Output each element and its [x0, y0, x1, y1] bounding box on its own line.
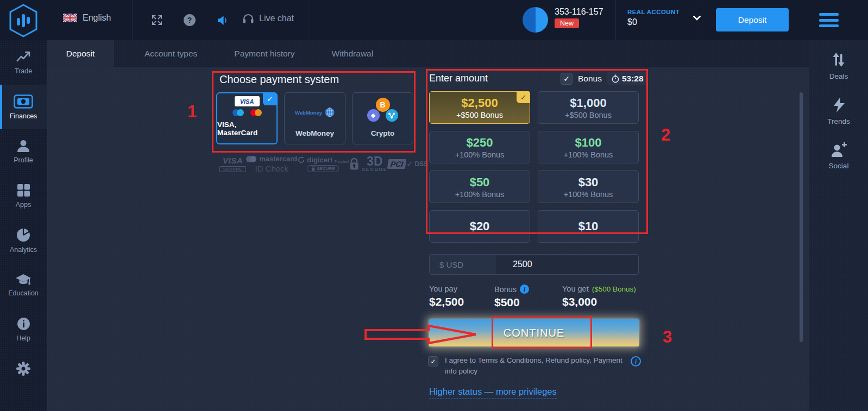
bonus-block: Bonus i $500 — [494, 284, 529, 309]
tab-withdrawal[interactable]: Withdrawal — [313, 40, 392, 67]
payment-method-label: VISA, MasterCard — [217, 121, 276, 137]
higher-status-link[interactable]: Higher status — more privileges — [429, 387, 557, 399]
payment-summary: You pay $2,500 Bonus i $500 You get ($50… — [429, 284, 646, 313]
tab-account-types[interactable]: Account types — [126, 40, 216, 67]
bonus-value: $500 — [494, 296, 529, 309]
tab-deposit[interactable]: Deposit — [47, 40, 114, 67]
headset-icon — [242, 13, 254, 24]
person-plus-icon — [831, 142, 847, 157]
question-icon: ? — [184, 14, 196, 26]
rail-item-trends[interactable]: Trends — [809, 97, 868, 125]
3d-secure-badge: 3D SECURE — [349, 156, 387, 172]
selected-check-icon: ✓ — [517, 91, 530, 103]
sound-button[interactable] — [215, 13, 229, 27]
pci-dss-badge: PCI ✓ DSS — [388, 159, 429, 169]
amount-input[interactable] — [495, 255, 638, 274]
app-root: English ? Live chat — [0, 0, 868, 411]
visa-secure-badge: VISA SECURE — [219, 156, 246, 172]
sidebar-item-profile[interactable]: Profile — [0, 129, 47, 174]
account-type-selector[interactable]: REAL ACCOUNT $0 — [627, 9, 701, 27]
terms-agreement: ✓ I agree to Terms & Conditions, Refund … — [428, 355, 643, 376]
speaker-icon — [217, 15, 228, 26]
sidebar-item-finances[interactable]: Finances — [0, 85, 47, 129]
bitcoin-icon: B — [376, 98, 390, 112]
amount-option-2500[interactable]: ✓ $2,500 +$500 Bonus — [429, 91, 530, 124]
payment-methods: ✓ VISA VISA, MasterCard WebMoney — [216, 92, 413, 144]
sidebar-item-settings[interactable] — [0, 352, 47, 385]
language-label: English — [83, 13, 111, 23]
bonus-checkbox[interactable]: ✓ — [561, 73, 573, 85]
banknote-icon — [14, 94, 33, 109]
account-balance: $0 — [627, 17, 680, 27]
app-logo[interactable] — [8, 4, 39, 37]
sidebar-item-trade[interactable]: Trade — [0, 40, 47, 85]
amount-input-row: $ USD — [429, 254, 639, 275]
card-logos — [232, 109, 262, 116]
sidebar-item-help[interactable]: Help — [0, 307, 47, 352]
terms-text: I agree to Terms & Conditions, Refund po… — [445, 355, 624, 376]
menu-button[interactable] — [819, 13, 839, 27]
timer-value: 53:28 — [622, 74, 644, 84]
sidebar-item-apps[interactable]: Apps — [0, 174, 47, 218]
vertical-scrollbar[interactable] — [800, 92, 803, 342]
you-pay-label: You pay — [429, 284, 464, 293]
uk-flag-icon — [63, 14, 77, 22]
sidebar-item-education[interactable]: Education — [0, 263, 47, 307]
fullscreen-icon — [151, 14, 163, 26]
deposit-button[interactable]: Deposit — [716, 8, 789, 31]
payment-method-label: Crypto — [371, 129, 395, 137]
amount-option-250[interactable]: $250 +100% Bonus — [429, 131, 530, 163]
help-button[interactable]: ? — [183, 13, 197, 27]
deals-arrows-icon — [831, 52, 847, 68]
tab-payment-history[interactable]: Payment history — [216, 40, 313, 67]
fullscreen-button[interactable] — [150, 13, 164, 27]
logo-hexagon-icon — [8, 4, 39, 37]
lightning-icon — [831, 97, 846, 113]
gear-icon — [15, 361, 32, 377]
live-chat-label: Live chat — [259, 14, 294, 23]
you-get-block: You get ($500 Bonus) $3,000 — [562, 284, 636, 308]
bonus-info-icon[interactable]: i — [520, 284, 529, 294]
rail-item-social[interactable]: Social — [809, 142, 868, 170]
topbar-divider — [132, 0, 133, 40]
continue-button[interactable]: CONTINUE — [429, 319, 639, 346]
sidebar-item-label: Trade — [15, 67, 32, 75]
account-type-label: REAL ACCOUNT — [627, 9, 680, 15]
amount-option-100[interactable]: $100 +100% Bonus — [538, 131, 639, 163]
amount-section-title: Enter amount — [429, 73, 488, 84]
visa-logo: VISA — [235, 96, 260, 106]
you-pay-value: $2,500 — [429, 295, 464, 308]
rail-item-deals[interactable]: Deals — [809, 52, 868, 80]
finance-tabs: Deposit Account types Payment history Wi… — [47, 40, 809, 67]
amount-option-10[interactable]: $10 — [538, 210, 639, 243]
right-rail: Deals Trends Social — [809, 40, 868, 411]
rail-item-label: Trends — [827, 117, 850, 125]
live-chat-button[interactable]: Live chat — [242, 13, 294, 24]
padlock-icon — [349, 157, 360, 171]
payment-method-visa-mastercard[interactable]: ✓ VISA VISA, MasterCard — [216, 92, 278, 144]
bonus-row: ✓ Bonus 53:28 — [561, 72, 648, 85]
sidebar-item-label: Help — [16, 334, 30, 342]
amount-option-20[interactable]: $20 — [429, 210, 530, 243]
terms-checkbox[interactable]: ✓ — [428, 356, 438, 366]
amount-option-50[interactable]: $50 +100% Bonus — [429, 170, 530, 203]
currency-selector[interactable]: $ USD — [430, 255, 495, 274]
payment-method-webmoney[interactable]: WebMoney WebMoney — [284, 92, 345, 144]
graduation-cap-icon — [15, 274, 32, 286]
you-get-value: $3,000 — [562, 295, 636, 308]
amount-option-1000[interactable]: $1,000 +$500 Bonus — [538, 91, 639, 124]
amount-option-30[interactable]: $30 +100% Bonus — [538, 170, 639, 203]
sidebar-item-analytics[interactable]: Analytics — [0, 218, 47, 263]
rail-item-label: Social — [829, 162, 849, 170]
you-pay-block: You pay $2,500 — [429, 284, 464, 308]
terms-info-icon[interactable]: i — [631, 356, 641, 366]
account-info[interactable]: 353-116-157 New — [523, 7, 603, 33]
bonus-timer: 53:28 — [607, 72, 648, 85]
payment-method-crypto[interactable]: B ◆ Crypto — [352, 92, 413, 144]
bonus-summary-label: Bonus — [494, 285, 517, 294]
webmoney-globe-icon — [325, 108, 335, 117]
language-selector[interactable]: English — [63, 13, 111, 23]
trend-up-icon — [16, 50, 31, 64]
lock-icon — [311, 166, 315, 171]
sidebar-item-label: Profile — [14, 156, 33, 164]
